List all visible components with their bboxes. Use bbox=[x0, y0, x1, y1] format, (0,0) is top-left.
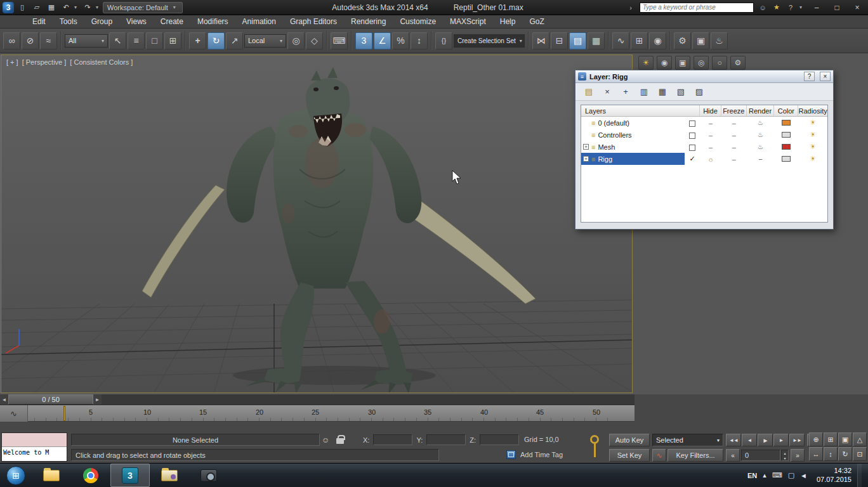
frame-spinner[interactable]: ▴ ▾ bbox=[781, 450, 789, 461]
previous-frame-button[interactable]: ◄ bbox=[742, 434, 757, 446]
volume-tray-icon[interactable]: ◄ bbox=[800, 472, 807, 479]
curve-editor-button[interactable]: ∿ bbox=[612, 32, 629, 49]
radiosity-toggle[interactable]: ☀ bbox=[798, 131, 827, 139]
mirror-button[interactable]: ⋈ bbox=[532, 32, 549, 49]
orbit-icon[interactable]: ↻ bbox=[838, 447, 852, 461]
display-tray-icon[interactable]: ▢ bbox=[788, 471, 794, 479]
current-layer-toggle[interactable] bbox=[685, 131, 700, 138]
show-desktop-button[interactable] bbox=[857, 464, 862, 487]
schematic-view-button[interactable]: ⊞ bbox=[631, 32, 648, 49]
column-radiosity[interactable]: Radiosity bbox=[798, 105, 827, 116]
selection-lock-icon[interactable] bbox=[336, 438, 344, 444]
previous-key-button[interactable]: « bbox=[726, 449, 740, 462]
rendered-frame-button[interactable]: ▣ bbox=[692, 32, 709, 49]
maximize-viewport-icon[interactable]: ⊡ bbox=[853, 447, 867, 461]
set-current-layer-button[interactable]: ▦ bbox=[657, 87, 668, 96]
go-to-start-button[interactable]: ◄◄ bbox=[726, 434, 741, 446]
screen-button[interactable]: ▣ bbox=[675, 56, 690, 70]
expand-icon[interactable]: + bbox=[583, 156, 589, 162]
pan-icon[interactable]: ↔ bbox=[809, 447, 823, 461]
perspective-viewport[interactable]: [ + ] [ Perspective ] [ Consistent Color… bbox=[1, 55, 633, 393]
layer-row[interactable]: +≡0 (default) – – ♨ ☀ bbox=[581, 117, 827, 129]
infocenter-arrow-icon[interactable]: › bbox=[626, 4, 636, 11]
ribbon-toggle-button[interactable]: ▦ bbox=[588, 32, 605, 49]
render-toggle[interactable]: ♨ bbox=[747, 143, 775, 150]
go-to-end-button[interactable]: ►► bbox=[789, 434, 805, 446]
settings-button[interactable]: ⚙ bbox=[730, 56, 746, 70]
window-crossing-button[interactable]: ⊞ bbox=[164, 32, 181, 49]
layer-dialog-close-button[interactable]: × bbox=[820, 72, 831, 81]
select-in-layer-button[interactable]: ▥ bbox=[638, 87, 650, 96]
menu-customize[interactable]: Customize bbox=[393, 15, 443, 29]
hide-toggle[interactable]: – bbox=[700, 143, 721, 151]
set-keys-key-icon[interactable] bbox=[590, 435, 599, 444]
bind-spacewarp-button[interactable]: ≈ bbox=[40, 32, 57, 49]
selection-region-button[interactable]: □ bbox=[146, 32, 163, 49]
minimize-button[interactable]: – bbox=[808, 1, 825, 14]
track-ruler[interactable]: 5 10 15 20 25 30 35 40 45 50 bbox=[28, 405, 635, 421]
render-production-button[interactable]: ♨ bbox=[711, 32, 728, 49]
pivot-center-button[interactable]: ◎ bbox=[287, 32, 305, 49]
hide-toggle[interactable]: – bbox=[700, 119, 721, 127]
material-editor-button[interactable]: ◉ bbox=[649, 32, 666, 49]
add-time-tag-label[interactable]: Add Time Tag bbox=[520, 451, 563, 458]
render-setup-button[interactable]: ⚙ bbox=[674, 32, 691, 49]
set-key-button[interactable]: Set Key bbox=[609, 449, 650, 462]
workspace-dropdown[interactable]: Workspace: Default ▾ bbox=[103, 2, 183, 13]
freeze-toggle[interactable]: – bbox=[721, 155, 747, 163]
redo-dropdown-icon[interactable]: ▾ bbox=[96, 4, 101, 10]
current-frame-marker[interactable] bbox=[63, 406, 65, 421]
show-hidden-icons-chevron[interactable]: ▴ bbox=[763, 471, 766, 479]
select-by-name-button[interactable]: ≡ bbox=[128, 32, 145, 49]
favorites-star-icon[interactable]: ★ bbox=[772, 3, 782, 11]
layer-color-swatch[interactable] bbox=[782, 132, 791, 138]
layer-dialog-help-button[interactable]: ? bbox=[804, 72, 815, 81]
search-input[interactable] bbox=[640, 3, 754, 13]
zoom-extents-icon[interactable]: ▣ bbox=[838, 432, 852, 446]
selection-set-dropdown[interactable]: Create Selection Set ▾ bbox=[454, 34, 525, 48]
align-button[interactable]: ⊟ bbox=[551, 32, 568, 49]
viewport-pov-menu[interactable]: [ Perspective ] bbox=[22, 58, 67, 66]
help-icon[interactable]: ? bbox=[786, 4, 796, 11]
column-render[interactable]: Render bbox=[747, 105, 775, 116]
create-layer-button[interactable]: ▤ bbox=[583, 87, 595, 96]
column-freeze[interactable]: Freeze bbox=[721, 105, 747, 116]
freeze-toggle[interactable]: – bbox=[721, 119, 747, 127]
zoom-all-icon[interactable]: ⊞ bbox=[824, 432, 838, 446]
menu-create[interactable]: Create bbox=[154, 15, 190, 29]
save-file-button[interactable]: ▦ bbox=[45, 2, 58, 13]
expand-icon[interactable]: + bbox=[583, 144, 589, 150]
column-color[interactable]: Color bbox=[774, 105, 798, 116]
current-layer-toggle[interactable] bbox=[685, 119, 700, 126]
menu-graph-editors[interactable]: Graph Editors bbox=[283, 15, 344, 29]
zoom-icon[interactable]: ⊕ bbox=[809, 432, 823, 446]
layer-dialog-titlebar[interactable]: ≡ Layer: Rigg ? × bbox=[575, 70, 833, 83]
next-key-button[interactable]: » bbox=[791, 449, 805, 462]
render-toggle[interactable]: ♨ bbox=[747, 119, 775, 126]
delete-layer-button[interactable]: × bbox=[602, 87, 613, 96]
select-move-button[interactable]: + bbox=[189, 32, 206, 49]
play-button[interactable]: ► bbox=[758, 434, 773, 446]
current-layer-toggle[interactable]: ✓ bbox=[685, 155, 700, 163]
y-coordinate-field[interactable] bbox=[426, 434, 466, 445]
column-hide[interactable]: Hide bbox=[700, 105, 721, 116]
snap-toggle-3d-button[interactable]: 3 bbox=[355, 32, 372, 49]
next-frame-arrow[interactable]: ► bbox=[93, 394, 102, 405]
named-selection-sets-button[interactable]: {} bbox=[435, 32, 452, 49]
freeze-toggle[interactable]: – bbox=[721, 131, 747, 139]
sign-in-icon[interactable]: ☺ bbox=[758, 4, 768, 11]
color-cell[interactable] bbox=[774, 132, 798, 138]
help-dropdown-icon[interactable]: ▾ bbox=[799, 4, 805, 10]
taskbar-3dsmax-button[interactable]: 3 bbox=[110, 464, 150, 487]
open-file-button[interactable]: ▱ bbox=[30, 2, 43, 13]
menu-edit[interactable]: Edit bbox=[25, 15, 53, 29]
layer-row[interactable]: +≡Rigg ✓ ☼ – – ☀ bbox=[581, 153, 827, 165]
radiosity-toggle[interactable]: ☀ bbox=[798, 155, 827, 163]
spinner-down-icon[interactable]: ▾ bbox=[782, 455, 788, 460]
hide-all-layers-button[interactable]: ▨ bbox=[694, 87, 705, 96]
time-slider[interactable]: ◄ 0 / 50 ► bbox=[0, 394, 635, 405]
hide-toggle[interactable]: – bbox=[700, 131, 721, 139]
key-filters-button[interactable]: Key Filters... bbox=[667, 449, 723, 462]
redo-button[interactable]: ↷ bbox=[81, 2, 94, 13]
select-scale-button[interactable]: ↗ bbox=[226, 32, 243, 49]
